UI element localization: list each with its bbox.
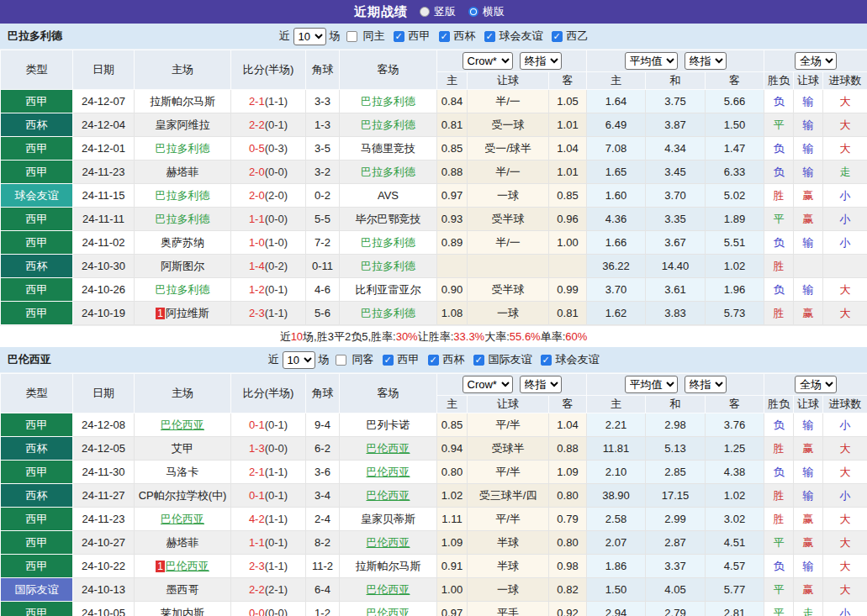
away-team-name[interactable]: 巴拉多利德 [361,118,415,131]
match-result-cell: 平 [764,531,794,555]
corners-cell: 1-2 [306,602,340,616]
away-team-name[interactable]: 巴拉多利德 [361,95,415,108]
home-team-name[interactable]: 巴拉多利德 [156,283,210,296]
handicap-home-odds: 0.85 [437,413,468,437]
fulltime-score: 1-0 [249,236,265,249]
away-team-cell: 马德里竞技 [340,137,437,161]
corners-cell: 3-6 [306,461,340,484]
league-label: 西杯 [454,29,476,44]
same-venue-checkbox[interactable] [336,355,346,366]
away-team-name[interactable]: 巴伦西亚 [367,607,410,616]
halftime-score: (0-2) [265,260,288,272]
avg-home-odds: 38.90 [587,484,646,508]
away-team-name[interactable]: 巴伦西亚 [367,583,410,596]
halftime-score: (0-1) [265,283,288,296]
avg-home-odds: 1.64 [587,90,646,113]
horizontal-layout-label[interactable]: 横版 [483,4,505,19]
away-team-name[interactable]: 巴伦西亚 [367,536,410,549]
avg-final-select[interactable]: 终指 [685,376,727,393]
home-team-name[interactable]: 巴伦西亚 [161,419,204,431]
avg-draw-odds: 4.05 [646,578,706,602]
handicap-odds-group: Crow* 终指 [437,50,587,72]
odds-source-select[interactable]: Crow* [463,52,513,70]
handicap-home-odds: 1.09 [437,531,468,555]
home-team-cell: 巴拉多利德 [135,137,231,161]
home-team-name[interactable]: 巴伦西亚 [166,560,209,572]
league-checkbox[interactable]: ✓ [552,31,563,42]
away-team-name: 毕尔巴鄂竞技 [356,213,421,225]
home-team-name[interactable]: 巴拉多利德 [156,142,210,155]
league-checkbox[interactable]: ✓ [473,355,484,366]
halftime-score: (0-0) [265,607,288,616]
league-type-cell: 西杯 [1,484,73,508]
avg-final-select[interactable]: 终指 [685,52,727,70]
away-team-cell: AVS [340,184,437,208]
fullmatch-group: 全场 [764,374,867,396]
goals-result-cell: 小 [823,602,867,616]
away-team-cell: 毕尔巴鄂竞技 [340,208,437,231]
handicap-away-odds: 0.79 [549,508,587,531]
handicap-line: 半/一 [468,90,549,113]
halftime-score: (0-0) [265,442,288,455]
home-team-name[interactable]: 巴拉多利德 [156,189,210,202]
col-header-score: 比分(半场) [231,374,306,413]
filter-bar: 近 10 场 同主 ✓西甲 ✓西杯 ✓球会友谊 ✓西乙 [279,28,589,45]
games-label: 场 [330,29,341,44]
summary-value: 55.6% [510,330,541,343]
vertical-layout-label[interactable]: 竖版 [434,4,456,19]
odds-final-select[interactable]: 终指 [520,376,562,393]
away-team-name[interactable]: 巴伦西亚 [367,466,410,478]
league-type-cell: 西甲 [1,231,73,255]
avg-home-odds: 36.22 [587,255,646,278]
avg-away-odds: 1.47 [706,137,764,161]
match-row: 西甲24-10-05莱加内斯0-0(0-0)1-2巴伦西亚0.97平手0.922… [1,602,867,616]
avg-source-select[interactable]: 平均值 [625,376,678,393]
league-checkbox[interactable]: ✓ [428,355,439,366]
odds-final-select[interactable]: 终指 [520,52,562,70]
match-row: 西甲24-12-07拉斯帕尔马斯2-1(1-1)3-3巴拉多利德0.84半/一1… [1,90,867,113]
home-team-name[interactable]: 巴伦西亚 [161,513,204,525]
score-cell: 2-1(1-1) [231,90,306,113]
goals-result-cell [823,255,867,278]
games-count-select[interactable]: 10 [293,28,326,45]
away-team-name[interactable]: 巴拉多利德 [361,166,415,178]
match-result-cell: 负 [764,278,794,302]
away-team-name: 皇家贝蒂斯 [361,513,415,525]
handicap-result-cell: 输 [794,555,823,578]
goals-result-cell: 大 [823,555,867,578]
away-team-name[interactable]: 巴拉多利德 [361,236,415,249]
league-type-cell: 球会友谊 [1,184,73,208]
date-cell: 24-11-02 [73,231,135,255]
vertical-layout-radio[interactable] [420,7,430,17]
away-team-name[interactable]: 巴拉多利德 [361,260,415,272]
home-team-name[interactable]: 巴拉多利德 [156,213,210,225]
fullmatch-select[interactable]: 全场 [795,52,837,70]
horizontal-layout-radio[interactable] [468,7,478,17]
handicap-away-odds: 1.05 [549,90,587,113]
league-checkbox[interactable]: ✓ [541,355,552,366]
league-type-cell: 西甲 [1,461,73,484]
table-header-row: 类型 日期 主场 比分(半场) 角球 客场 Crow* 终指 平均值 终指 [1,374,867,396]
match-result-cell: 负 [764,555,794,578]
away-team-name[interactable]: 巴伦西亚 [367,489,410,502]
fullmatch-group: 全场 [764,50,867,72]
league-checkbox[interactable]: ✓ [394,31,404,42]
avg-source-select[interactable]: 平均值 [625,52,678,70]
away-team-name[interactable]: 巴伦西亚 [367,442,410,455]
handicap-line: 平手 [468,602,549,616]
odds-source-select[interactable]: Crow* [463,376,513,393]
games-count-select[interactable]: 10 [283,351,315,369]
fulltime-score: 2-2 [249,583,265,596]
away-team-cell: 巴伦西亚 [340,602,437,616]
fullmatch-select[interactable]: 全场 [795,376,837,393]
goals-result-cell: 大 [823,437,867,461]
home-team-cell: 巴拉多利德 [135,208,231,231]
home-team-cell: 1巴伦西亚 [135,555,231,578]
avg-home-odds: 6.49 [587,113,646,137]
away-team-name[interactable]: 巴拉多利德 [361,307,415,319]
league-checkbox[interactable]: ✓ [439,31,450,42]
same-venue-checkbox[interactable] [346,31,357,42]
league-checkbox[interactable]: ✓ [484,31,495,42]
summary-value: 30% [396,330,418,343]
league-checkbox[interactable]: ✓ [383,355,394,366]
